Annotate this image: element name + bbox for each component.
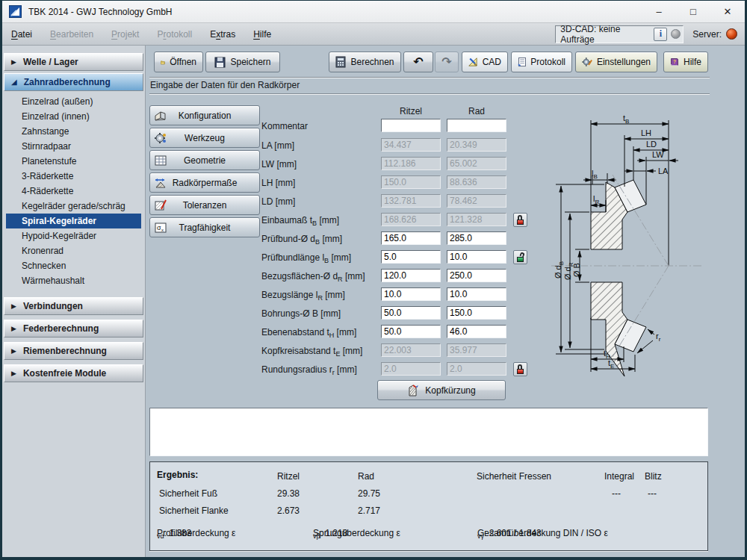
input-bezugsflaechen-dr-ritzel[interactable]: [381, 269, 441, 282]
sidebar-item-schnecken[interactable]: Schnecken: [6, 258, 141, 273]
input-lw-rad: [447, 157, 506, 170]
tool-gear-icon: [154, 131, 167, 145]
lock-icon-einbaumass-tb[interactable]: [513, 213, 527, 227]
window-title: TBK 2014 - GWJ Technology GmbH: [28, 7, 173, 17]
protocol-button[interactable]: Protokoll: [511, 52, 572, 72]
input-pruefbund-db-ritzel[interactable]: [381, 231, 441, 245]
sidebar-section-label: Welle / Lager: [23, 57, 78, 67]
tooth-trim-icon: [407, 384, 421, 397]
input-kopfkreisabstand-te-rad: [447, 343, 506, 357]
sidebar-section-verbindungen[interactable]: ▶Verbindungen: [4, 297, 143, 315]
nav-button-geometrie[interactable]: Geometrie: [149, 150, 260, 170]
sidebar-item-4-räderkette[interactable]: 4-Räderkette: [6, 184, 141, 199]
title-bar: TBK 2014 - GWJ Technology GmbH – □ ✕: [2, 1, 745, 23]
maximize-button[interactable]: □: [676, 1, 710, 22]
nav-button-radkörpermaße[interactable]: Radkörpermaße: [149, 172, 260, 193]
open-button[interactable]: Öffnen: [154, 52, 203, 72]
sidebar-item-spiral-kegelräder[interactable]: Spiral-Kegelräder: [6, 214, 141, 228]
menu-projekt[interactable]: Projekt: [111, 29, 139, 40]
field-label-ld: LD [mm]: [261, 196, 295, 207]
input-bezugsflaechen-dr-rad[interactable]: [447, 269, 506, 282]
sigma-icon: σx: [154, 221, 167, 234]
unlock-icon-pruefbundlaenge-lb[interactable]: [513, 250, 527, 264]
sidebar-item-wärmehaushalt[interactable]: Wärmehaushalt: [6, 273, 141, 288]
window-controls: – □ ✕: [642, 1, 745, 22]
result-value: ---: [612, 488, 621, 499]
help-button-label: Hilfe: [684, 57, 701, 67]
sidebar-section-zahnradberechnung[interactable]: ◢Zahnradberechnung: [4, 73, 143, 91]
dim-label-LH: LH: [641, 128, 651, 137]
results-panel: Ergebnis: Ritzel Rad Sicherheit Fressen …: [149, 461, 708, 551]
column-header-rad: Rad: [447, 106, 506, 116]
triangle-expanded-icon: ◢: [11, 78, 17, 86]
sidebar-item-planetenstufe[interactable]: Planetenstufe: [6, 154, 141, 169]
input-bohrungs-b-rad[interactable]: [447, 306, 506, 320]
redo-button[interactable]: ↷: [435, 52, 459, 72]
kopfkuerzung-button[interactable]: Kopfkürzung: [377, 380, 506, 400]
menu-extras[interactable]: Extras: [210, 29, 235, 40]
sidebar-section-kostenfreie-module[interactable]: ▶Kostenfreie Module: [4, 364, 143, 382]
nav-button-tragfähigkeit[interactable]: σxTragfähigkeit: [149, 217, 260, 237]
input-ld-rad: [447, 194, 506, 208]
sidebar-section-welle-lager[interactable]: ▶Welle / Lager: [4, 53, 143, 71]
input-einbaumass-tb-ritzel: [381, 213, 441, 226]
input-lw-ritzel: [381, 157, 441, 170]
dim-label-LA: LA: [658, 167, 669, 175]
lock-icon-rundungsradius-rr[interactable]: [513, 362, 527, 376]
cad-button-label: CAD: [483, 57, 501, 67]
save-button[interactable]: Speichern: [205, 52, 280, 72]
help-button[interactable]: ? Hilfe: [663, 52, 708, 72]
menu-hilfe[interactable]: Hilfe: [253, 29, 271, 40]
input-lh-ritzel: [381, 175, 441, 189]
sidebar-item-einzelrad-außen[interactable]: Einzelrad (außen): [6, 94, 141, 109]
input-pruefbund-db-rad[interactable]: [447, 231, 506, 245]
calculate-button[interactable]: Berechnen: [329, 52, 401, 72]
sidebar-item-hypoid-kegelräder[interactable]: Hypoid-Kegelräder: [6, 228, 141, 243]
server-status-indicator: [726, 28, 737, 40]
menu-bearbeiten[interactable]: Bearbeiten: [50, 29, 93, 40]
result-row-label: Sicherheit Flanke: [159, 505, 229, 516]
results-title: Ergebnis:: [157, 470, 198, 480]
input-pruefbundlaenge-lb-ritzel[interactable]: [381, 250, 441, 264]
sidebar-item-kegelräder-gerade-schräg[interactable]: Kegelräder gerade/schräg: [6, 199, 141, 214]
cad-button[interactable]: CAD: [462, 52, 508, 72]
input-bezugslaenge-lr-ritzel[interactable]: [381, 287, 441, 301]
settings-button[interactable]: Einstellungen: [575, 52, 657, 72]
open-folder-icon: [161, 57, 165, 68]
divider: [149, 77, 710, 78]
nav-button-werkzeug[interactable]: Werkzeug: [149, 128, 260, 148]
sidebar-item-3-räderkette[interactable]: 3-Räderkette: [6, 169, 141, 184]
close-button[interactable]: ✕: [710, 1, 745, 22]
grid-table-icon: [154, 154, 167, 167]
nav-button-toleranzen[interactable]: Toleranzen: [149, 195, 260, 215]
input-pruefbundlaenge-lb-rad[interactable]: [447, 250, 506, 264]
page-title: Eingabe der Daten für den Radkörper: [150, 80, 300, 90]
ruler-pencil-icon: [468, 56, 478, 68]
input-la-rad: [447, 138, 506, 152]
input-kommentar-rad[interactable]: [447, 119, 506, 132]
info-button[interactable]: i: [654, 28, 667, 41]
input-ld-ritzel: [381, 194, 441, 208]
sidebar-item-einzelrad-innen[interactable]: Einzelrad (innen): [6, 109, 141, 124]
input-ebenenabstand-th-rad[interactable]: [447, 325, 506, 338]
menu-protokoll[interactable]: Protokoll: [157, 29, 192, 40]
input-einbaumass-tb-rad: [447, 213, 506, 226]
tolerance-pencil-icon: [154, 199, 167, 212]
undo-button[interactable]: ↶: [403, 52, 433, 72]
menu-datei[interactable]: Datei: [11, 29, 32, 40]
menu-bar: DateiBearbeitenProjektProtokollExtrasHil…: [2, 23, 745, 46]
nav-button-konfiguration[interactable]: Konfiguration: [149, 105, 260, 125]
input-bezugslaenge-lr-rad[interactable]: [447, 287, 506, 301]
results-col-rad: Rad: [358, 471, 374, 482]
nav-button-label: Radkörpermaße: [173, 178, 238, 188]
svg-text:x: x: [161, 228, 164, 232]
input-bohrungs-b-ritzel[interactable]: [381, 306, 441, 320]
sidebar-item-zahnstange[interactable]: Zahnstange: [6, 124, 141, 139]
sidebar-section-riemenberechnung[interactable]: ▶Riemenberechnung: [4, 342, 143, 360]
input-ebenenabstand-th-ritzel[interactable]: [381, 325, 441, 338]
sidebar-item-stirnradpaar[interactable]: Stirnradpaar: [6, 139, 141, 154]
sidebar-section-federberechnung[interactable]: ▶Federberechnung: [4, 320, 143, 337]
minimize-button[interactable]: –: [642, 1, 676, 22]
input-kommentar-ritzel[interactable]: [381, 119, 441, 132]
sidebar-item-kronenrad[interactable]: Kronenrad: [6, 243, 141, 258]
